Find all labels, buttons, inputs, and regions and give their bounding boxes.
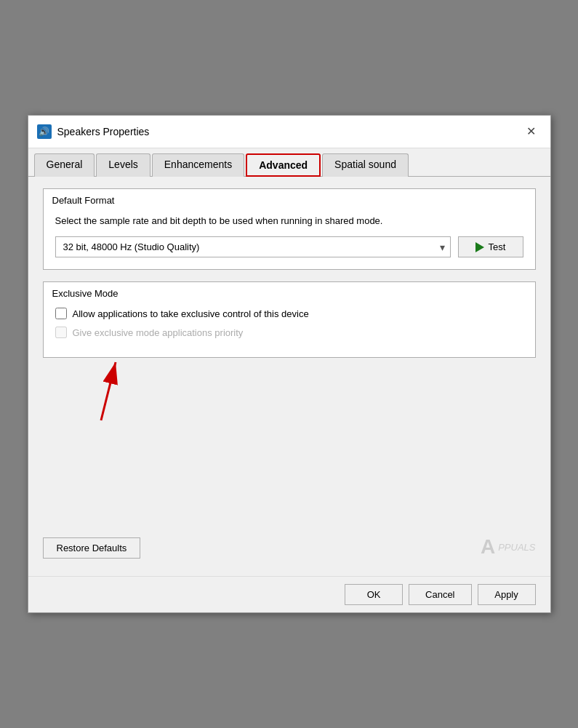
format-select-wrapper: 32 bit, 48000 Hz (Studio Quality) 16 bit… <box>55 236 451 257</box>
tab-advanced[interactable]: Advanced <box>246 153 321 177</box>
ok-button[interactable]: OK <box>345 584 403 605</box>
arrow-area <box>43 369 536 500</box>
restore-defaults-button[interactable]: Restore Defaults <box>43 537 141 559</box>
tab-general[interactable]: General <box>34 153 95 177</box>
tab-content: Default Format Select the sample rate an… <box>28 177 550 576</box>
speakers-properties-dialog: 🔊 Speakers Properties ✕ General Levels E… <box>28 115 551 613</box>
tab-enhancements[interactable]: Enhancements <box>152 153 244 177</box>
default-format-description: Select the sample rate and bit depth to … <box>55 215 523 228</box>
annotation-arrow <box>57 297 276 428</box>
default-format-section: Default Format Select the sample rate an… <box>43 188 536 270</box>
cancel-button[interactable]: Cancel <box>409 584 471 605</box>
svg-line-1 <box>101 362 116 420</box>
default-format-title: Default Format <box>44 189 535 209</box>
tab-spatial-sound[interactable]: Spatial sound <box>322 153 409 177</box>
watermark: A PPUALS <box>481 535 536 559</box>
play-icon <box>475 242 484 252</box>
title-bar-left: 🔊 Speakers Properties <box>37 124 150 139</box>
format-row: 32 bit, 48000 Hz (Studio Quality) 16 bit… <box>55 236 523 257</box>
apply-button[interactable]: Apply <box>478 584 536 605</box>
footer-buttons: OK Cancel Apply <box>28 576 550 612</box>
tab-bar: General Levels Enhancements Advanced Spa… <box>28 148 550 177</box>
title-bar: 🔊 Speakers Properties ✕ <box>28 116 550 148</box>
bottom-section: Restore Defaults A PPUALS <box>43 529 536 564</box>
test-button-label: Test <box>489 241 506 252</box>
window-icon: 🔊 <box>37 124 52 139</box>
format-select[interactable]: 32 bit, 48000 Hz (Studio Quality) 16 bit… <box>55 236 451 257</box>
default-format-inner: Select the sample rate and bit depth to … <box>44 209 535 269</box>
window-title: Speakers Properties <box>57 126 150 137</box>
tab-levels[interactable]: Levels <box>96 153 150 177</box>
test-button[interactable]: Test <box>458 236 523 257</box>
close-button[interactable]: ✕ <box>521 121 542 142</box>
